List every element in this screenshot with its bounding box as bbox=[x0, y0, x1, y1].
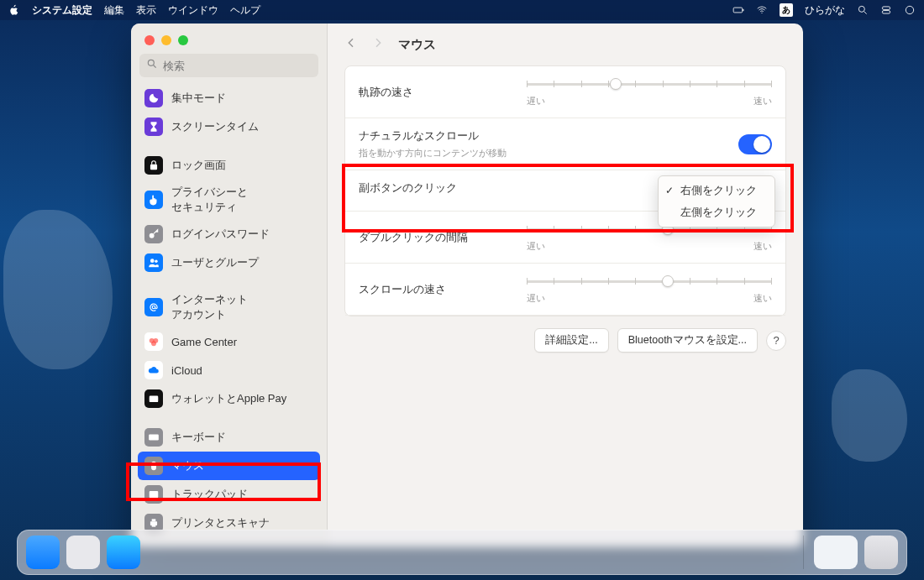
sidebar-item-at[interactable]: インターネット アカウント bbox=[138, 287, 320, 327]
dock-app-finder[interactable] bbox=[26, 536, 60, 569]
sidebar-item-label: ユーザとグループ bbox=[171, 255, 259, 270]
settings-card: 軌跡の速さ 遅い 速い bbox=[344, 65, 786, 316]
natural-scroll-toggle[interactable] bbox=[738, 134, 772, 154]
sidebar-item-label: 集中モード bbox=[171, 91, 226, 106]
back-button[interactable] bbox=[344, 36, 358, 53]
system-settings-window: 集中モードスクリーンタイムロック画面プライバシーと セキュリティログインパスワー… bbox=[131, 24, 803, 547]
tracking-slow-label: 遅い bbox=[527, 95, 545, 107]
keyboard-icon bbox=[144, 428, 163, 447]
row-scroll-speed: スクロールの速さ 遅い 速い bbox=[345, 264, 785, 316]
sidebar-item-key[interactable]: ログインパスワード bbox=[138, 220, 320, 248]
sidebar-item-label: インターネット アカウント bbox=[171, 292, 248, 322]
svg-point-3 bbox=[858, 6, 864, 12]
titlebar: マウス bbox=[328, 24, 803, 65]
ime-mode-label[interactable]: ひらがな bbox=[805, 3, 845, 18]
siri-icon[interactable] bbox=[904, 4, 916, 16]
sidebar-item-label: iCloud bbox=[171, 364, 202, 377]
natural-scroll-sub: 指を動かす方向にコンテンツが移動 bbox=[359, 147, 738, 159]
sidebar-item-label: マウス bbox=[171, 458, 204, 473]
secondary-click-popup[interactable]: ✓右側をクリック 左側をクリック bbox=[658, 175, 775, 227]
dock-app-launchpad[interactable] bbox=[66, 536, 100, 569]
svg-rect-20 bbox=[150, 491, 159, 498]
double-click-label: ダブルクリックの間隔 bbox=[359, 230, 527, 245]
tracking-label: 軌跡の速さ bbox=[359, 85, 527, 100]
hand-icon bbox=[144, 191, 163, 209]
sidebar-item-label: ログインパスワード bbox=[171, 227, 270, 242]
search-input[interactable] bbox=[163, 60, 312, 72]
svg-rect-0 bbox=[733, 8, 743, 13]
popup-option-right[interactable]: ✓右側をクリック bbox=[659, 180, 774, 201]
sidebar-item-wallet[interactable]: ウォレットとApple Pay bbox=[138, 384, 320, 413]
menubar: システム設定 編集 表示 ウインドウ ヘルプ あ ひらがな bbox=[0, 0, 924, 20]
sidebar-item-trackpad[interactable]: トラックパッド bbox=[138, 480, 320, 509]
sidebar-item-label: プライバシーと セキュリティ bbox=[171, 185, 248, 215]
sidebar-item-lock[interactable]: ロック画面 bbox=[138, 151, 320, 180]
secondary-click-label: 副ボタンのクリック bbox=[359, 180, 527, 196]
dock[interactable] bbox=[17, 530, 907, 575]
hourglass-icon bbox=[144, 118, 163, 136]
gamecenter-icon bbox=[144, 332, 163, 351]
svg-point-7 bbox=[148, 60, 154, 65]
svg-rect-5 bbox=[882, 11, 890, 13]
double-fast-label: 速い bbox=[753, 240, 772, 253]
row-tracking-speed: 軌跡の速さ 遅い 速い bbox=[345, 66, 785, 118]
dock-minimized-window[interactable] bbox=[814, 536, 858, 569]
dock-app-safari[interactable] bbox=[107, 536, 140, 569]
battery-icon[interactable] bbox=[732, 4, 744, 16]
svg-point-9 bbox=[150, 233, 155, 238]
search-field[interactable] bbox=[139, 54, 318, 77]
help-button[interactable]: ? bbox=[766, 331, 786, 351]
menubar-item-window[interactable]: ウインドウ bbox=[168, 3, 218, 18]
spotlight-icon[interactable] bbox=[857, 4, 869, 16]
scroll-speed-slider[interactable] bbox=[527, 274, 772, 289]
sidebar-item-gamecenter[interactable]: Game Center bbox=[138, 327, 320, 356]
menubar-app-name[interactable]: システム設定 bbox=[32, 3, 92, 18]
sidebar-item-cloud[interactable]: iCloud bbox=[138, 356, 320, 384]
sidebar-item-mouse[interactable]: マウス bbox=[138, 452, 320, 480]
sidebar-list[interactable]: 集中モードスクリーンタイムロック画面プライバシーと セキュリティログインパスワー… bbox=[131, 84, 327, 547]
scroll-slow-label: 遅い bbox=[527, 292, 545, 305]
scroll-speed-label: スクロールの速さ bbox=[359, 282, 527, 297]
wifi-icon[interactable] bbox=[756, 4, 768, 16]
popup-option-left[interactable]: 左側をクリック bbox=[659, 201, 774, 223]
svg-point-15 bbox=[151, 341, 156, 346]
menubar-item-edit[interactable]: 編集 bbox=[104, 3, 124, 18]
sidebar-item-hourglass[interactable]: スクリーンタイム bbox=[138, 112, 320, 141]
control-center-icon[interactable] bbox=[880, 4, 892, 16]
trackpad-icon bbox=[144, 485, 163, 504]
menubar-item-view[interactable]: 表示 bbox=[136, 3, 156, 18]
menubar-item-help[interactable]: ヘルプ bbox=[230, 3, 260, 18]
sidebar-item-keyboard[interactable]: キーボード bbox=[138, 423, 320, 452]
svg-point-6 bbox=[906, 6, 913, 13]
svg-rect-19 bbox=[151, 462, 156, 471]
sidebar-item-hand[interactable]: プライバシーと セキュリティ bbox=[138, 180, 320, 220]
tracking-slider[interactable] bbox=[527, 76, 772, 91]
svg-point-10 bbox=[150, 259, 155, 263]
content-pane: マウス 軌跡の速さ 遅い 速い bbox=[328, 24, 803, 547]
zoom-button[interactable] bbox=[178, 35, 188, 45]
sidebar-item-users[interactable]: ユーザとグループ bbox=[138, 248, 320, 277]
page-title: マウス bbox=[398, 37, 436, 53]
users-icon bbox=[144, 253, 163, 272]
bluetooth-setup-button[interactable]: Bluetoothマウスを設定... bbox=[617, 328, 758, 353]
svg-rect-1 bbox=[743, 9, 743, 11]
ime-indicator[interactable]: あ bbox=[780, 3, 793, 17]
tracking-fast-label: 速い bbox=[753, 95, 772, 107]
sidebar-item-moon[interactable]: 集中モード bbox=[138, 84, 320, 112]
advanced-button[interactable]: 詳細設定... bbox=[534, 328, 608, 353]
sidebar-item-label: スクリーンタイム bbox=[171, 119, 259, 134]
sidebar-item-label: トラックパッド bbox=[171, 487, 248, 502]
svg-rect-4 bbox=[882, 7, 890, 9]
search-icon bbox=[146, 58, 158, 73]
svg-point-2 bbox=[761, 13, 762, 13]
row-natural-scroll: ナチュラルなスクロール 指を動かす方向にコンテンツが移動 bbox=[345, 118, 785, 170]
apple-menu-icon[interactable] bbox=[8, 4, 20, 16]
dock-trash[interactable] bbox=[864, 536, 898, 569]
sidebar-item-label: プリンタとスキャナ bbox=[171, 515, 270, 530]
forward-button bbox=[371, 36, 385, 53]
close-button[interactable] bbox=[144, 35, 155, 45]
moon-icon bbox=[144, 89, 163, 107]
minimize-button[interactable] bbox=[161, 35, 171, 45]
double-slow-label: 遅い bbox=[527, 240, 545, 253]
sidebar-item-label: Game Center bbox=[171, 336, 237, 348]
